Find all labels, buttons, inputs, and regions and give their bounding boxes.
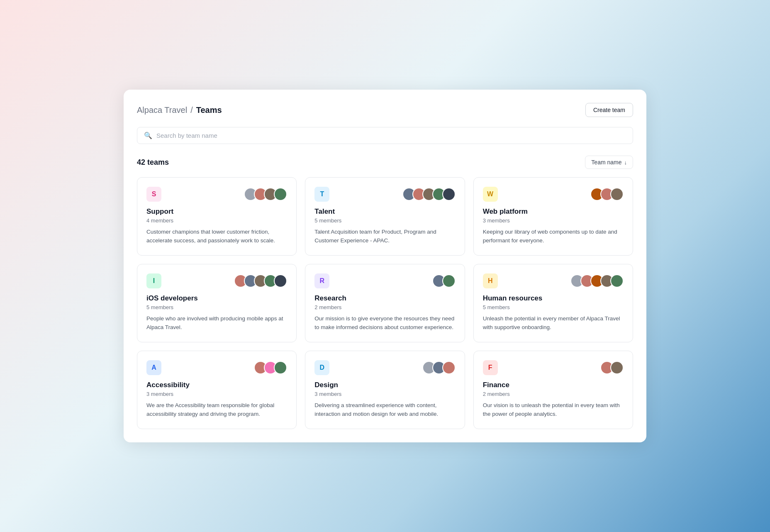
team-description: People who are involved with producing m…: [146, 315, 287, 332]
create-team-button[interactable]: Create team: [585, 103, 633, 117]
teams-meta: 42 teams Team name ↓: [137, 156, 633, 169]
team-name: Design: [314, 381, 455, 389]
team-card-accessibility[interactable]: A Accessibility 3 members We are the Acc…: [137, 351, 297, 429]
team-members: 5 members: [314, 217, 455, 224]
breadcrumb-sep: /: [190, 105, 193, 115]
team-description: Keeping our library of web components up…: [483, 228, 624, 245]
team-members: 5 members: [146, 304, 287, 310]
team-members: 5 members: [483, 304, 624, 310]
team-card-human-resources[interactable]: H Human resources 5 members Unleash the …: [473, 264, 633, 342]
team-members: 3 members: [314, 391, 455, 397]
page-header: Alpaca Travel / Teams Create team: [137, 103, 633, 117]
team-icon: W: [483, 187, 498, 202]
main-container: Alpaca Travel / Teams Create team 🔍 42 t…: [124, 90, 646, 442]
team-card-ios-developers[interactable]: I iOS developers 5 members People who ar…: [137, 264, 297, 342]
card-header: T: [314, 187, 455, 202]
team-members: 2 members: [483, 391, 624, 397]
card-header: F: [483, 360, 624, 375]
team-card-finance[interactable]: F Finance 2 members Our vision is to unl…: [473, 351, 633, 429]
team-name: iOS developers: [146, 294, 287, 303]
sort-button[interactable]: Team name ↓: [585, 156, 633, 169]
team-name: Talent: [314, 207, 455, 216]
avatar: [610, 361, 624, 374]
avatar: [274, 361, 287, 374]
team-description: Customer champions that lower customer f…: [146, 228, 287, 245]
team-icon: F: [483, 360, 498, 375]
team-name: Human resources: [483, 294, 624, 303]
team-name: Research: [314, 294, 455, 303]
avatar: [442, 361, 456, 374]
avatar: [274, 274, 287, 288]
team-members: 3 members: [483, 217, 624, 224]
teams-count: 42 teams: [137, 158, 169, 167]
team-name: Accessibility: [146, 381, 287, 389]
search-input[interactable]: [156, 132, 626, 139]
team-name: Support: [146, 207, 287, 216]
avatar: [610, 188, 624, 201]
team-members: 4 members: [146, 217, 287, 224]
card-header: R: [314, 273, 455, 288]
avatar: [610, 274, 624, 288]
team-name: Web platform: [483, 207, 624, 216]
team-avatars: [570, 274, 624, 288]
team-description: Delivering a streamlined experience with…: [314, 401, 455, 419]
avatar: [442, 188, 456, 201]
search-bar: 🔍: [137, 127, 633, 144]
team-description: We are the Accessibility team responsibl…: [146, 401, 287, 419]
team-card-talent[interactable]: T Talent 5 members Talent Acquisition te…: [305, 177, 465, 256]
team-members: 2 members: [314, 304, 455, 310]
team-description: Our vision is to unleash the potential i…: [483, 401, 624, 419]
breadcrumb-parent: Alpaca Travel: [137, 105, 187, 115]
team-icon: A: [146, 360, 161, 375]
team-members: 3 members: [146, 391, 287, 397]
team-card-design[interactable]: D Design 3 members Delivering a streamli…: [305, 351, 465, 429]
team-description: Unleash the potential in every member of…: [483, 315, 624, 332]
card-header: W: [483, 187, 624, 202]
breadcrumb: Alpaca Travel / Teams: [137, 105, 222, 115]
team-avatars: [234, 274, 287, 288]
team-avatars: [590, 188, 624, 201]
team-icon: D: [314, 360, 329, 375]
team-avatars: [244, 188, 287, 201]
breadcrumb-current: Teams: [196, 105, 222, 115]
team-name: Finance: [483, 381, 624, 389]
team-avatars: [254, 361, 287, 374]
card-header: S: [146, 187, 287, 202]
teams-grid: S Support 4 members Customer champions t…: [137, 177, 633, 429]
card-header: A: [146, 360, 287, 375]
avatar: [442, 274, 456, 288]
team-card-web-platform[interactable]: W Web platform 3 members Keeping our lib…: [473, 177, 633, 256]
team-avatars: [600, 361, 624, 374]
card-header: H: [483, 273, 624, 288]
team-avatars: [402, 188, 456, 201]
team-avatars: [422, 361, 456, 374]
team-icon: T: [314, 187, 329, 202]
team-description: Talent Acquisition team for Product, Pro…: [314, 228, 455, 245]
avatar: [274, 188, 287, 201]
team-icon: R: [314, 273, 329, 288]
team-description: Our mission is to give everyone the reso…: [314, 315, 455, 332]
team-icon: H: [483, 273, 498, 288]
team-icon: I: [146, 273, 161, 288]
team-avatars: [432, 274, 456, 288]
card-header: I: [146, 273, 287, 288]
team-icon: S: [146, 187, 161, 202]
sort-label: Team name: [591, 159, 621, 166]
team-card-research[interactable]: R Research 2 members Our mission is to g…: [305, 264, 465, 342]
sort-arrow-icon: ↓: [624, 159, 627, 166]
card-header: D: [314, 360, 455, 375]
team-card-support[interactable]: S Support 4 members Customer champions t…: [137, 177, 297, 256]
search-icon: 🔍: [144, 132, 152, 139]
